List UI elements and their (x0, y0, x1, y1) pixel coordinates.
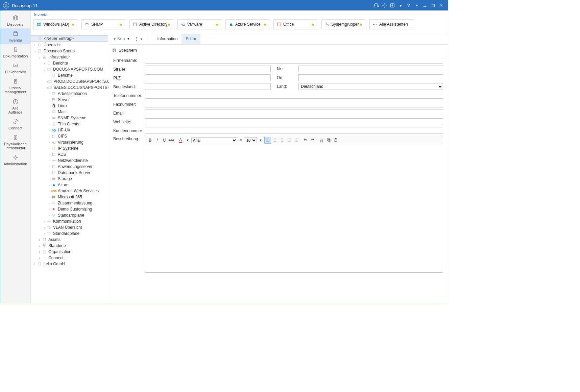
tree-item[interactable]: ›PROD.DOCUSNAPSPORTS.COM (31, 78, 108, 84)
nav-inventar[interactable]: Inventar (0, 28, 30, 44)
fontsize-dropdown[interactable]: ▼ (257, 137, 264, 144)
expand-icon[interactable]: › (47, 207, 51, 211)
expand-icon[interactable]: › (47, 134, 51, 138)
expand-icon[interactable]: › (42, 232, 46, 236)
input-webseite[interactable] (145, 118, 443, 125)
assistant-systemgruppen[interactable]: Systemgruppen★ (321, 19, 366, 29)
expand-icon[interactable]: › (47, 128, 51, 132)
tree-item[interactable]: ›Storage (31, 176, 108, 182)
expand-icon[interactable]: › (47, 104, 51, 108)
tree-item[interactable]: ›Zusammenfassung (31, 200, 108, 206)
expand-icon[interactable]: › (47, 177, 51, 181)
tree-item[interactable]: ›Server (31, 97, 108, 103)
input-telefon[interactable] (145, 92, 443, 99)
headset-icon[interactable] (372, 1, 380, 9)
tool-icon[interactable] (388, 1, 396, 9)
tree-item[interactable]: ›SALES.DOCUSNAPSPORTS.COM (31, 84, 108, 91)
tree-item[interactable]: ›Azure (31, 182, 108, 188)
expand-icon[interactable]: › (47, 214, 51, 217)
strikethrough-button[interactable]: abc (168, 137, 175, 144)
tree-item[interactable]: ›CIFS (31, 133, 108, 139)
expand-icon[interactable]: › (47, 98, 51, 102)
align-left-button[interactable] (264, 137, 271, 144)
fontsize-select[interactable]: 10 (245, 137, 257, 143)
assistant-vmware[interactable]: VMware★ (177, 19, 222, 29)
collapse-icon[interactable]: ⌄ (33, 49, 37, 53)
input-email[interactable] (145, 109, 443, 116)
save-button[interactable]: Speichern (109, 45, 448, 55)
more-menu[interactable]: ⋮ ▼ (132, 36, 145, 41)
dropdown-icon[interactable]: ▾ (396, 1, 405, 9)
expand-icon[interactable]: › (47, 189, 51, 193)
expand-icon[interactable]: › (42, 62, 46, 65)
expand-icon[interactable]: › (47, 141, 51, 144)
expand-icon[interactable]: › (33, 43, 37, 47)
expand-icon[interactable]: › (47, 147, 51, 150)
expand-icon[interactable]: › (42, 226, 46, 229)
tree-item[interactable]: ⌄DOCUSNAPSPORTS.COM (31, 66, 108, 72)
tree-item[interactable]: ›VLAN Übersicht (31, 224, 108, 230)
input-fax[interactable] (145, 101, 443, 107)
nav-connect[interactable]: Connect (0, 116, 30, 132)
expand-icon[interactable]: › (47, 116, 51, 120)
redo-button[interactable] (309, 137, 316, 144)
tree-item[interactable]: ›Standorte (31, 243, 108, 249)
dropdown2-icon[interactable]: ▾ (413, 1, 421, 9)
tree-item[interactable]: ›Standardpläne (31, 212, 108, 218)
tree-item[interactable]: ›Berichte (31, 60, 108, 66)
expand-icon[interactable]: › (47, 92, 51, 96)
font-dropdown[interactable]: ▼ (238, 137, 244, 144)
tree-item[interactable]: ›Übersicht (31, 42, 108, 48)
align-justify-button[interactable] (286, 137, 292, 144)
tree-item[interactable]: ›Berichte (31, 72, 108, 78)
align-center-button[interactable] (271, 137, 278, 144)
align-right-button[interactable] (279, 137, 285, 144)
expand-icon[interactable]: › (47, 74, 51, 77)
assistant-all[interactable]: ⋯Alle Assistenten (369, 19, 414, 29)
nav-discovery[interactable]: Discovery (0, 13, 30, 28)
assistant-windows-ad[interactable]: Windows (AD)★ (33, 19, 78, 29)
expand-icon[interactable]: › (38, 244, 42, 248)
input-strasse[interactable] (145, 66, 271, 72)
tree-item[interactable]: ›Kommunikation (31, 218, 108, 224)
maximize-button[interactable] (429, 1, 437, 9)
tree-item[interactable]: ›Arbeitsstationen (31, 91, 108, 97)
input-plz[interactable] (145, 74, 271, 81)
new-button[interactable]: +Neu▼ (111, 35, 132, 43)
expand-icon[interactable]: › (47, 153, 51, 156)
gear-icon[interactable] (380, 1, 388, 9)
paste-button[interactable] (332, 137, 339, 144)
input-firmenname[interactable] (145, 57, 443, 64)
copy-button[interactable] (325, 137, 332, 144)
select-land[interactable]: Deutschland (298, 83, 443, 90)
font-select[interactable]: Arial (191, 137, 237, 143)
tree-item[interactable]: ›Netzwerkdienste (31, 157, 108, 164)
expand-icon[interactable]: › (38, 238, 42, 242)
tab-editor[interactable]: Editor (182, 34, 200, 44)
expand-icon[interactable]: › (47, 122, 51, 126)
input-bundesland[interactable] (145, 83, 271, 90)
input-nr[interactable] (298, 66, 443, 72)
tree-item[interactable]: ›Assets (31, 237, 108, 243)
expand-icon[interactable]: › (47, 183, 51, 187)
assistant-snmp[interactable]: SNMP★ (81, 19, 126, 29)
tab-information[interactable]: Information (153, 34, 182, 44)
description-textarea[interactable] (145, 144, 443, 271)
expand-icon[interactable]: › (47, 171, 51, 175)
expand-icon[interactable]: › (33, 262, 37, 266)
close-button[interactable] (437, 1, 445, 9)
minimize-button[interactable] (421, 1, 429, 9)
tree-item[interactable]: ›✦Demo Customizing (31, 206, 108, 212)
tree-item[interactable]: ›Thin Clients (31, 121, 108, 127)
font-color-dropdown[interactable]: ▼ (184, 137, 191, 144)
nav-dokumentation[interactable]: Dokumentation (0, 44, 30, 60)
nav-physikalische[interactable]: Physikalische Infrastruktur (0, 132, 30, 152)
assistant-active-directory[interactable]: Active Directory★ (129, 19, 174, 29)
undo-button[interactable] (302, 137, 309, 144)
tree-item[interactable]: ›Microsoft 365 (31, 194, 108, 200)
tree-item[interactable]: ›SNMP Systeme (31, 115, 108, 121)
nav-administration[interactable]: Administration (0, 152, 30, 168)
expand-icon[interactable]: › (47, 195, 51, 199)
tree-item[interactable]: ›🐧Linux (31, 103, 108, 109)
tree-item[interactable]: ›hpHP-UX (31, 127, 108, 133)
